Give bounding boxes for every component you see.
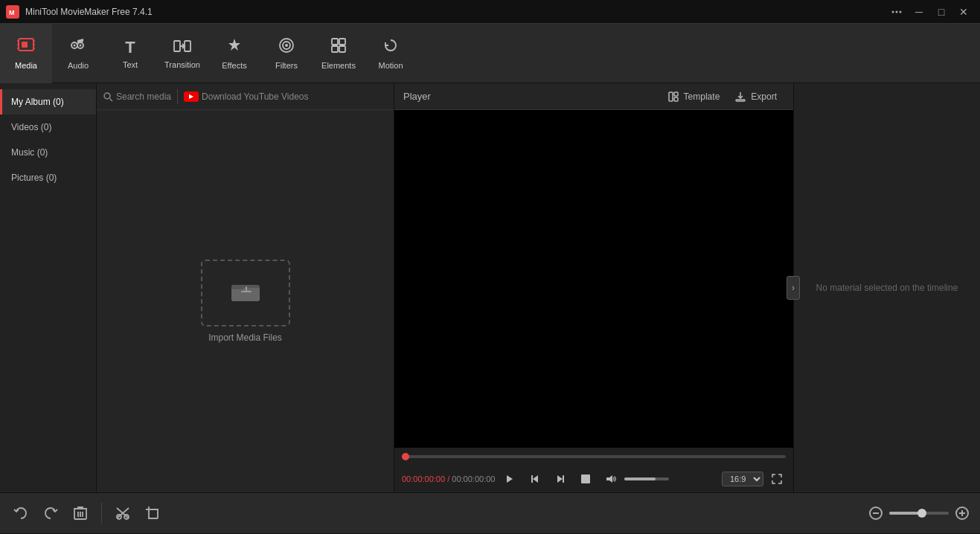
player-progress-bar [394, 448, 793, 466]
fullscreen-button[interactable] [768, 470, 786, 488]
motion-label: Motion [378, 61, 403, 70]
import-label[interactable]: Import Media Files [208, 332, 282, 343]
volume-icon [605, 473, 617, 485]
zoom-in-button[interactable] [953, 504, 971, 522]
zoom-out-icon [868, 506, 883, 521]
svg-rect-26 [339, 46, 345, 52]
volume-control [601, 469, 669, 489]
svg-marker-38 [507, 475, 513, 483]
toolbar-motion[interactable]: Motion [365, 24, 417, 83]
redo-button[interactable] [39, 501, 63, 525]
export-label: Export [751, 91, 777, 102]
scissors-icon [115, 506, 130, 521]
search-media-label: Search media [116, 91, 171, 102]
sidebar-item-videos[interactable]: Videos (0) [0, 115, 96, 140]
toolbar-elements[interactable]: Elements [313, 24, 365, 83]
crop-button[interactable] [141, 501, 164, 525]
zoom-knob[interactable] [917, 509, 926, 518]
bottom-toolbar [0, 492, 980, 534]
svg-rect-25 [332, 46, 338, 52]
progress-track[interactable] [402, 455, 786, 458]
svg-rect-7 [17, 40, 19, 42]
svg-rect-11 [33, 44, 35, 45]
audio-icon [70, 37, 86, 58]
redo-icon [43, 506, 58, 521]
maximize-button[interactable]: □ [931, 3, 952, 21]
text-label: Text [123, 60, 138, 69]
volume-button[interactable] [601, 469, 621, 489]
svg-rect-31 [231, 285, 243, 289]
toolbar-media[interactable]: Media [0, 24, 52, 83]
sidebar: My Album (0) Videos (0) Music (0) Pictur… [0, 83, 97, 492]
undo-button[interactable] [9, 501, 33, 525]
stop-button[interactable] [575, 469, 596, 489]
folder-icon [231, 279, 260, 308]
transition-icon [173, 38, 191, 57]
next-frame-button[interactable] [550, 469, 571, 489]
svg-line-28 [110, 98, 113, 101]
svg-point-16 [80, 44, 82, 46]
svg-marker-19 [228, 39, 240, 51]
sidebar-item-my-album[interactable]: My Album (0) [0, 89, 96, 115]
toolbar-transition[interactable]: Transition [156, 24, 208, 83]
minimize-button[interactable]: ─ [909, 3, 929, 21]
zoom-controls [867, 504, 971, 522]
toolbar-audio[interactable]: Audio [52, 24, 104, 83]
my-album-label: My Album (0) [11, 97, 64, 107]
toolbar-text[interactable]: T Text [104, 24, 156, 83]
svg-rect-37 [736, 100, 745, 101]
right-panel-toggle[interactable]: › [787, 276, 800, 300]
prev-frame-button[interactable] [525, 469, 545, 489]
volume-fill [624, 477, 656, 480]
next-icon [555, 474, 566, 484]
volume-slider[interactable] [624, 477, 669, 480]
no-material-text: No material selected on the timeline [807, 274, 967, 302]
import-box[interactable] [201, 260, 290, 326]
filters-label: Filters [275, 61, 298, 70]
player-panel: Player Template Export [394, 83, 794, 492]
toolbar-effects[interactable]: Effects [208, 24, 260, 83]
svg-point-2 [892, 10, 894, 13]
template-label: Template [684, 91, 720, 102]
export-button[interactable]: Export [727, 88, 784, 106]
app-title: MiniTool MovieMaker Free 7.4.1 [25, 7, 880, 17]
svg-rect-17 [174, 41, 180, 51]
delete-button[interactable] [68, 501, 92, 525]
time-current: 00:00:00:00 / 00:00:00:00 [402, 475, 495, 483]
zoom-in-icon [955, 506, 970, 521]
sidebar-item-music[interactable]: Music (0) [0, 140, 96, 165]
effects-icon [226, 37, 243, 58]
aspect-ratio-select[interactable]: 16:9 9:16 4:3 1:1 [722, 472, 763, 486]
template-icon [667, 91, 679, 103]
menu-button[interactable] [886, 3, 907, 21]
music-label: Music (0) [11, 147, 48, 158]
svg-marker-39 [533, 475, 538, 483]
zoom-out-button[interactable] [867, 504, 885, 522]
svg-rect-9 [17, 48, 19, 49]
play-button[interactable] [499, 469, 520, 489]
media-area: Search media ▶ Download YouTube Videos [97, 83, 394, 492]
motion-icon [382, 37, 399, 58]
svg-rect-42 [563, 475, 564, 483]
cut-button[interactable] [111, 501, 135, 525]
template-button[interactable]: Template [660, 88, 728, 106]
search-media-button[interactable]: Search media [103, 91, 171, 102]
sidebar-item-pictures[interactable]: Pictures (0) [0, 165, 96, 190]
left-panel: My Album (0) Videos (0) Music (0) Pictur… [0, 83, 394, 492]
svg-rect-34 [669, 92, 673, 101]
delete-icon [74, 506, 87, 521]
download-youtube-button[interactable]: ▶ Download YouTube Videos [184, 91, 308, 102]
transition-label: Transition [164, 60, 200, 69]
close-button[interactable]: ✕ [953, 3, 974, 21]
toolbar-filters[interactable]: Filters [260, 24, 313, 83]
media-toolbar: Search media ▶ Download YouTube Videos [97, 83, 394, 110]
player-header: Player Template Export [394, 83, 793, 110]
svg-rect-12 [33, 48, 35, 49]
progress-knob[interactable] [402, 453, 409, 460]
svg-rect-40 [531, 475, 533, 483]
svg-rect-6 [22, 42, 28, 48]
search-icon [103, 91, 113, 102]
import-area: Import Media Files [97, 110, 394, 492]
player-controls: 00:00:00:00 / 00:00:00:00 [394, 466, 793, 492]
zoom-slider[interactable] [889, 512, 949, 515]
